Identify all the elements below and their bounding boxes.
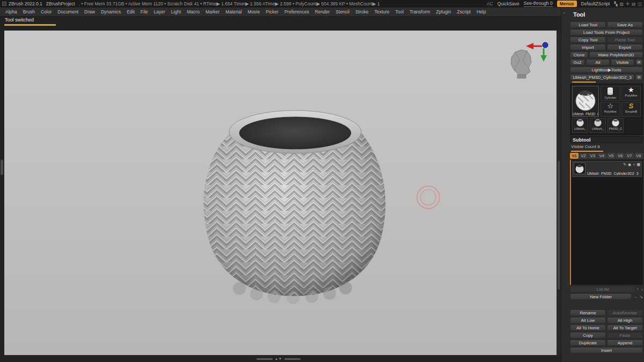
- tab-v7[interactable]: V7: [625, 153, 634, 159]
- menu-preferences[interactable]: Preferences: [284, 9, 309, 14]
- document-canvas[interactable]: [4, 31, 557, 355]
- load-tools-from-project-button[interactable]: Load Tools From Project: [570, 29, 643, 35]
- visible-count-slider[interactable]: [571, 151, 603, 152]
- current-tool-r-button[interactable]: R: [635, 74, 643, 80]
- all-to-home-button[interactable]: All To Home: [570, 324, 606, 331]
- menu-transform[interactable]: Transform: [409, 9, 430, 14]
- tab-v1[interactable]: V1: [570, 153, 579, 159]
- new-folder-button[interactable]: New Folder: [570, 293, 632, 300]
- selected-tool-thumbnail[interactable]: UMesh_PM3D_C: [572, 86, 599, 117]
- make-polymesh3d-button[interactable]: Make PolyMesh3D: [589, 51, 643, 58]
- eye-visible-icon[interactable]: ◉: [628, 162, 631, 167]
- thumb-cylinder3d[interactable]: Cylinder: [601, 86, 620, 101]
- brush-icon[interactable]: ✎: [623, 162, 626, 167]
- thumb-polymesh3d[interactable]: ☆ PolyMes: [601, 102, 620, 117]
- scroll-arrows-icon[interactable]: ▲▼: [275, 357, 282, 361]
- layout-icon[interactable]: ▤: [632, 2, 636, 6]
- menu-zplugin[interactable]: Zplugin: [436, 9, 451, 14]
- move-icon[interactable]: ✛: [626, 2, 630, 6]
- menu-zscript[interactable]: Zscript: [457, 9, 471, 14]
- move-out-folder-icon[interactable]: ↘: [639, 294, 643, 299]
- quicksave-button[interactable]: QuickSave: [497, 1, 519, 6]
- move-down-icon[interactable]: ↓: [641, 287, 643, 292]
- subtool-list-item[interactable]: ✎ ◉ ○ ▦ UMesh_PM3D_Cylinder3D2_3: [572, 161, 642, 177]
- tab-v8[interactable]: V8: [634, 153, 643, 159]
- menu-alpha[interactable]: Alpha: [5, 9, 17, 14]
- append-button[interactable]: Append: [607, 339, 643, 346]
- menu-stencil[interactable]: Stencil: [336, 9, 350, 14]
- tab-v5[interactable]: V5: [607, 153, 616, 159]
- scroll-segment-right[interactable]: [284, 358, 301, 360]
- menus-toggle-button[interactable]: Menus: [557, 1, 577, 7]
- thumb-umesh-2[interactable]: UMesh_: [590, 118, 606, 133]
- goz-visible-button[interactable]: Visible: [611, 59, 634, 65]
- subtool-section-header[interactable]: Subtool: [570, 136, 643, 143]
- tab-v3[interactable]: V3: [588, 153, 597, 159]
- tab-v4[interactable]: V4: [597, 153, 606, 159]
- menu-light[interactable]: Light: [171, 9, 181, 14]
- insert-button[interactable]: Insert: [570, 347, 643, 353]
- window-icon[interactable]: ◫: [638, 2, 642, 6]
- menu-macro[interactable]: Macro: [187, 9, 200, 14]
- folder-icon[interactable]: ▦: [636, 162, 640, 167]
- menu-material[interactable]: Material: [225, 9, 241, 14]
- menu-dynamics[interactable]: Dynamics: [101, 9, 121, 14]
- current-tool-button[interactable]: UMesh_PM3D_Cylinder3D2_3: [570, 74, 634, 80]
- tab-v2[interactable]: V2: [579, 153, 588, 159]
- menu-edit[interactable]: Edit: [127, 9, 135, 14]
- menu-stroke[interactable]: Stroke: [355, 9, 369, 14]
- canvas-bottom-scrollbar[interactable]: ▲▼: [257, 357, 305, 361]
- save-as-button[interactable]: Save As: [607, 21, 643, 28]
- move-into-folder-icon[interactable]: →: [633, 294, 637, 299]
- copy-subtool-button[interactable]: Copy: [570, 332, 606, 338]
- goz-r-button[interactable]: R: [635, 59, 643, 65]
- thumb-pm3d[interactable]: PM3D_C: [608, 118, 624, 133]
- menu-brush[interactable]: Brush: [23, 9, 35, 14]
- scroll-segment-left[interactable]: [257, 358, 273, 360]
- right-scrollbar[interactable]: [558, 161, 560, 290]
- collapse-chevron-icon[interactable]: ˆ: [564, 12, 565, 17]
- eye-icon[interactable]: ○: [633, 162, 635, 167]
- menu-marker[interactable]: Marker: [206, 9, 219, 14]
- see-through-slider[interactable]: See-through 0: [524, 1, 553, 7]
- menu-file[interactable]: File: [141, 9, 148, 14]
- export-button[interactable]: Export: [607, 44, 643, 50]
- clone-button[interactable]: Clone: [570, 51, 588, 58]
- load-tool-button[interactable]: Load Tool: [570, 21, 606, 28]
- thumb-simplebrush[interactable]: S SimpleB: [621, 102, 641, 117]
- all-low-button[interactable]: All Low: [570, 317, 606, 323]
- goz-all-button[interactable]: All: [586, 59, 610, 65]
- tab-v6[interactable]: V6: [616, 153, 625, 159]
- polymesh-star-icon: ★: [628, 86, 634, 94]
- menu-picker[interactable]: Picker: [266, 9, 279, 14]
- title-bar: ZBrush 2022.0.1 ZBrushProject . • Free M…: [0, 0, 644, 8]
- subtool-thumbnail[interactable]: [574, 162, 586, 174]
- thumb-label: PolyMes: [625, 94, 637, 97]
- copy-tool-button[interactable]: Copy Tool: [570, 36, 606, 43]
- menu-layer[interactable]: Layer: [154, 9, 165, 14]
- menu-draw[interactable]: Draw: [84, 9, 95, 14]
- duplicate-button[interactable]: Duplicate: [570, 339, 606, 346]
- menu-color[interactable]: Color: [41, 9, 52, 14]
- menu-document[interactable]: Document: [57, 9, 78, 14]
- thumb-polymesh[interactable]: ★ PolyMes: [621, 86, 641, 101]
- all-to-target-button[interactable]: All To Target: [607, 324, 643, 331]
- thumb-umesh-1[interactable]: UMesh_: [572, 118, 588, 133]
- default-zscript-button[interactable]: DefaultZScript: [581, 1, 610, 6]
- move-up-icon[interactable]: ↑: [636, 287, 639, 292]
- polymesh-head-preview: [511, 50, 531, 78]
- menu-help[interactable]: Help: [477, 9, 486, 14]
- menu-tool[interactable]: Tool: [396, 9, 404, 14]
- panes-icon[interactable]: ▥: [620, 2, 624, 6]
- left-tray-handle[interactable]: [1, 160, 3, 175]
- lightbox-tools-button[interactable]: Lightbox▶Tools: [570, 67, 643, 73]
- import-button[interactable]: Import: [570, 44, 606, 50]
- goz-button[interactable]: GoZ: [570, 59, 585, 65]
- visible-count-label[interactable]: Visible Count 8: [570, 144, 643, 150]
- menu-movie[interactable]: Movie: [248, 9, 260, 14]
- menu-render[interactable]: Render: [315, 9, 330, 14]
- divider-icon[interactable]: ▚: [614, 2, 617, 6]
- all-high-button[interactable]: All High: [607, 317, 643, 323]
- rename-button[interactable]: Rename: [570, 309, 606, 316]
- menu-texture[interactable]: Texture: [375, 9, 390, 14]
